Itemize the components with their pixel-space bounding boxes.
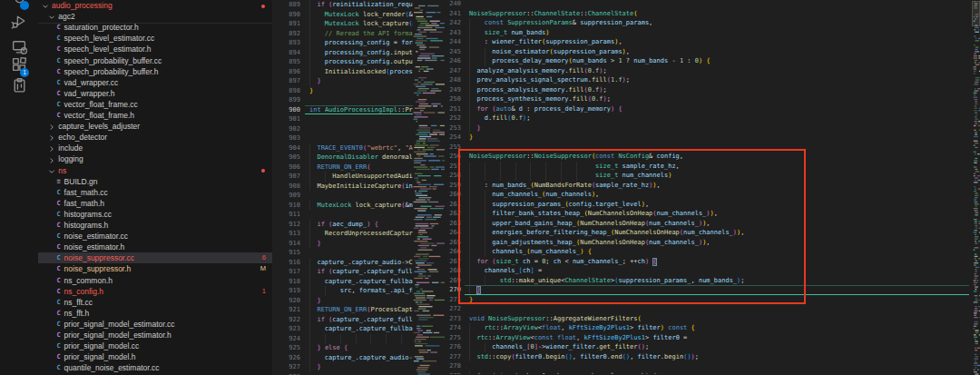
- code-line-270[interactable]: }: [465, 285, 969, 295]
- chevron-down-icon[interactable]: [48, 167, 55, 174]
- chevron-right-icon[interactable]: [48, 156, 55, 163]
- code-line-892[interactable]: // Reread the API format since the captu…: [305, 29, 413, 39]
- code-line-274[interactable]: rtc::ArrayView<float, kFftSizeBy2Plus1> …: [465, 323, 969, 333]
- code-line-927[interactable]: }: [305, 362, 413, 372]
- custom-view-icon[interactable]: [11, 77, 27, 94]
- code-line-246[interactable]: process_delay_memory(num_bands > 1 ? num…: [465, 56, 969, 66]
- tree-item-echo-detector[interactable]: echo_detector: [38, 132, 272, 143]
- tree-item-prior-signal-model-h[interactable]: Cprior_signal_model.h: [38, 351, 272, 362]
- code-line-904[interactable]: TRACE_EVENT0("webrtc", "AudioProcessing:…: [305, 143, 413, 153]
- code-line-266[interactable]: channels_(num_channels_) {: [465, 247, 969, 257]
- tree-item-audio-processing[interactable]: audio_processing: [38, 0, 272, 11]
- code-line-911[interactable]: [305, 210, 413, 220]
- code-line-255[interactable]: [465, 143, 969, 153]
- code-line-918[interactable]: capture_.capture_fullband_audio->CopyFro…: [305, 277, 413, 287]
- code-line-245[interactable]: noise_estimator(suppression_params),: [465, 47, 969, 57]
- code-line-263[interactable]: upper_band_gains_heap_(NumChannelsOnHeap…: [465, 219, 969, 229]
- code-line-262[interactable]: filter_bank_states_heap_(NumChannelsOnHe…: [465, 209, 969, 219]
- code-line-241[interactable]: NoiseSuppressor::ChannelState::ChannelSt…: [465, 9, 969, 19]
- tree-item-ns-fft-cc[interactable]: Cns_fft.cc: [38, 297, 272, 308]
- tree-item-fast-math-h[interactable]: Cfast_math.h: [38, 198, 272, 209]
- code-line-903[interactable]: [305, 133, 413, 143]
- code-line-889[interactable]: if (reinitialization_required) {: [305, 0, 413, 10]
- remote-explorer-icon[interactable]: [11, 38, 27, 54]
- tree-item-prior-signal-model-cc[interactable]: Cprior_signal_model.cc: [38, 340, 272, 351]
- code-line-923[interactable]: capture_.capture_fullband_audio->CopyTo(…: [305, 324, 413, 334]
- code-line-890[interactable]: MutexLock lock_render(&mutex_render_);: [305, 10, 413, 20]
- minimap[interactable]: [413, 0, 445, 375]
- code-line-276[interactable]: channels_[0]->wiener_filter.get_filter()…: [465, 342, 969, 352]
- code-line-240[interactable]: [465, 0, 969, 9]
- tree-item-saturation-protector-h[interactable]: Csaturation_protector.h: [38, 22, 272, 33]
- code-line-916[interactable]: capture_.capture_audio->CopyFrom(src, fo…: [305, 258, 413, 268]
- code-line-913[interactable]: RecordUnprocessedCaptureStream(src, inpu…: [305, 229, 413, 239]
- code-line-278[interactable]: [465, 361, 969, 371]
- code-line-279[interactable]: for (size_t ch = 1; ch < num_channels_; …: [465, 371, 969, 375]
- code-line-915[interactable]: [305, 248, 413, 258]
- tree-item-noise-suppressor-h[interactable]: Cnoise_suppressor.hM: [38, 263, 272, 274]
- code-line-277[interactable]: std::copy(filter0.begin(), filter0.end()…: [465, 352, 969, 362]
- code-line-907[interactable]: HandleUnsupportedAudioFormats(src, input…: [305, 172, 413, 182]
- code-line-893[interactable]: processing_config = formats_.api_format;: [305, 38, 413, 48]
- code-area[interactable]: NoiseSuppressor::ChannelState::ChannelSt…: [465, 0, 969, 374]
- chevron-down-icon[interactable]: [42, 2, 49, 9]
- code-line-272[interactable]: [465, 304, 969, 314]
- chevron-right-icon[interactable]: [48, 144, 55, 152]
- code-line-914[interactable]: }: [305, 239, 413, 249]
- tree-item-histograms-cc[interactable]: Chistograms.cc: [38, 209, 272, 220]
- tree-item-vad-wrapper-h[interactable]: Cvad_wrapper.h: [38, 88, 272, 99]
- code-line-905[interactable]: DenormalDisabler denormal_disabler(use_d…: [305, 153, 413, 163]
- tree-item-include[interactable]: include: [38, 143, 272, 153]
- code-line-244[interactable]: : wiener_filter(suppression_params),: [465, 37, 969, 47]
- code-area[interactable]: if (reinitialization_required) { MutexLo…: [305, 0, 413, 375]
- code-line-254[interactable]: }: [465, 133, 969, 143]
- code-line-248[interactable]: prev_analysis_signal_spectrum.fill(1.f);: [465, 75, 969, 85]
- code-line-242[interactable]: const SuppressionParams& suppression_par…: [465, 18, 969, 28]
- tree-item-vector-float-frame-h[interactable]: Cvector_float_frame.h: [38, 110, 272, 121]
- code-line-902[interactable]: [305, 124, 413, 134]
- tree-item-ns-fft-h[interactable]: Cns_fft.h: [38, 308, 272, 319]
- code-line-908[interactable]: MaybeInitializeCapture(input_config, out…: [305, 182, 413, 192]
- code-line-251[interactable]: for (auto& d : process_delay_memory) {: [465, 104, 969, 114]
- tree-item-ns[interactable]: ns: [38, 165, 272, 176]
- code-line-891[interactable]: MutexLock lock_capture(&mutex_capture_);: [305, 19, 413, 29]
- code-line-894[interactable]: processing_config.input_stream() = input…: [305, 48, 413, 58]
- tree-item-vad-wrapper-cc[interactable]: Cvad_wrapper.cc: [38, 77, 272, 88]
- code-line-269[interactable]: std::make_unique<ChannelState>(suppressi…: [465, 276, 969, 286]
- tree-item-vector-float-frame-cc[interactable]: Cvector_float_frame.cc: [38, 99, 272, 110]
- tree-item-speech-probability-buffer-h[interactable]: Cspeech_probability_buffer.h: [38, 66, 272, 77]
- tree-item-noise-suppressor-cc[interactable]: Cnoise_suppressor.cc6: [38, 252, 272, 263]
- code-line-265[interactable]: gain_adjustments_heap_(NumChannelsOnHeap…: [465, 238, 969, 248]
- code-line-906[interactable]: RETURN_ON_ERR(: [305, 163, 413, 173]
- code-line-253[interactable]: }: [465, 123, 969, 133]
- code-line-900[interactable]: int AudioProcessingImpl::ProcessStream(c…: [305, 105, 413, 115]
- tree-item-speech-probability-buffer-cc[interactable]: Cspeech_probability_buffer.cc: [38, 55, 272, 66]
- tree-item-agc2[interactable]: agc2: [38, 11, 272, 22]
- code-line-249[interactable]: process_analysis_memory.fill(0.f);: [465, 85, 969, 95]
- minimap-slider[interactable]: [972, 1, 980, 26]
- tree-item-fast-math-cc[interactable]: Cfast_math.cc: [38, 187, 272, 198]
- tree-item-speech-level-estimator-cc[interactable]: Cspeech_level_estimator.cc: [38, 33, 272, 44]
- code-line-928[interactable]: [305, 372, 413, 375]
- chevron-right-icon[interactable]: [48, 133, 55, 141]
- code-line-250[interactable]: process_synthesis_memory.fill(0.f);: [465, 94, 969, 104]
- tree-item-ns-common-h[interactable]: Cns_common.h: [38, 275, 272, 286]
- code-line-899[interactable]: [305, 95, 413, 105]
- tree-item-speech-level-estimator-h[interactable]: Cspeech_level_estimator.h: [38, 44, 272, 54]
- code-line-919[interactable]: src, formats_.api_format.input_stream())…: [305, 286, 413, 296]
- code-line-910[interactable]: MutexLock lock_capture(&mutex_capture_);: [305, 201, 413, 211]
- code-line-896[interactable]: InitializeLocked(processing_config);: [305, 67, 413, 77]
- code-line-267[interactable]: for (size_t ch = 0; ch < num_channels_; …: [465, 257, 969, 267]
- code-line-895[interactable]: processing_config.output_stream() = outp…: [305, 57, 413, 67]
- tree-item-capture-levels-adjuster[interactable]: capture_levels_adjuster: [38, 121, 272, 132]
- tree-item-noise-estimator-h[interactable]: Cnoise_estimator.h: [38, 242, 272, 252]
- code-line-912[interactable]: if (aec_dump_) {: [305, 220, 413, 230]
- code-line-247[interactable]: analyze_analysis_memory.fill(0.f);: [465, 66, 969, 76]
- code-line-273[interactable]: void NoiseSuppressor::AggregateWienerFil…: [465, 314, 969, 324]
- code-line-926[interactable]: capture_.capture_audio->CopyTo(formats_.…: [305, 353, 413, 363]
- code-line-921[interactable]: RETURN_ON_ERR(ProcessCaptureStreamLocked…: [305, 305, 413, 315]
- code-line-898[interactable]: }: [305, 86, 413, 96]
- tree-item-histograms-h[interactable]: Chistograms.h: [38, 220, 272, 231]
- run-and-debug-icon[interactable]: [11, 13, 27, 29]
- code-line-259[interactable]: : num_bands_(NumBandsForRate(sample_rate…: [465, 181, 969, 191]
